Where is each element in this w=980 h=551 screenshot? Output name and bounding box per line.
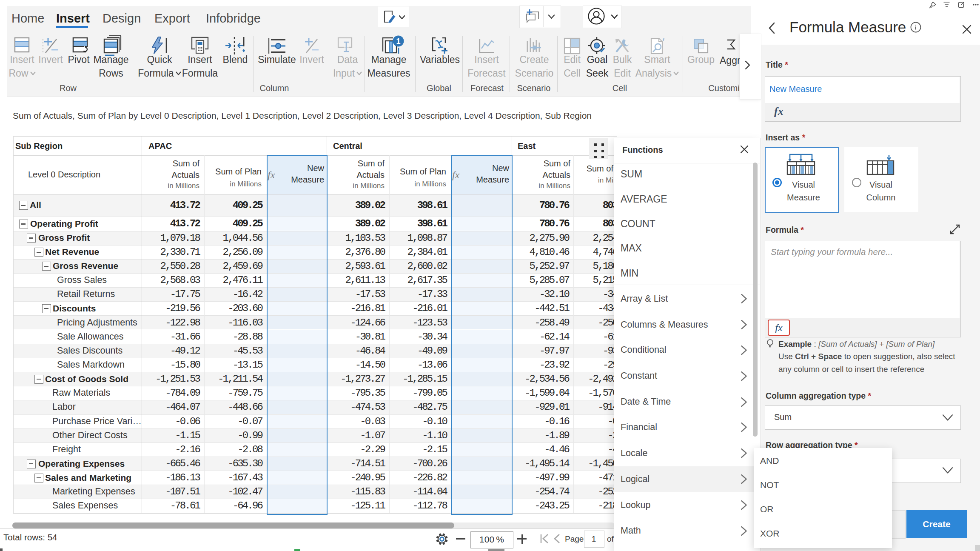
svg-text:1: 1 [396,37,400,46]
